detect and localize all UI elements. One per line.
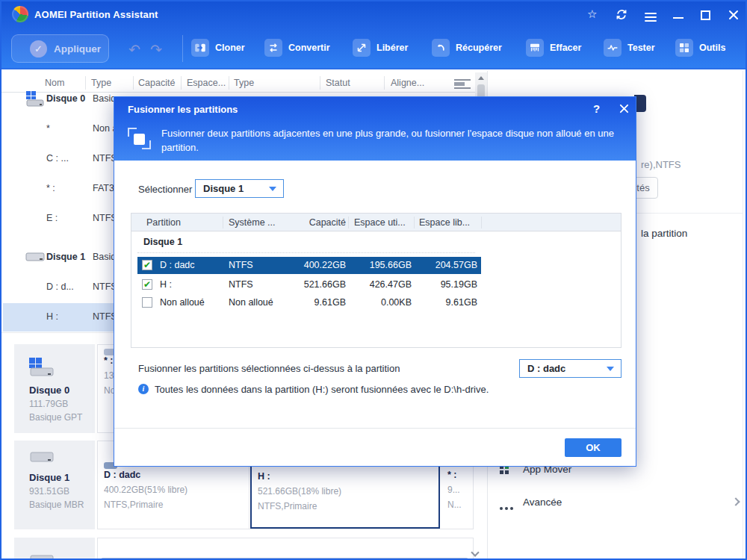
disk0-card-icon <box>29 358 55 377</box>
toolbar-clone-button[interactable]: Cloner <box>191 39 245 57</box>
toolbar-recover-button[interactable]: Récupérer <box>432 39 502 57</box>
dropdown-caret-icon <box>607 367 614 371</box>
disk1-card[interactable]: Disque 1 931.51GB Basique MBR <box>14 441 95 529</box>
maximize-button[interactable] <box>701 10 710 20</box>
merge-target-label: Fusionner les partitions sélectionnées c… <box>138 363 400 374</box>
toolbar-test-button[interactable]: Tester <box>604 39 655 57</box>
partitions-table: Partition Système ... Capacité Espace ut… <box>131 213 622 348</box>
redo-icon[interactable]: ↷ <box>150 41 162 57</box>
th-filesystem[interactable]: Système ... <box>229 214 276 231</box>
th-capacity[interactable]: Capacité <box>288 214 346 231</box>
partitions-table-header: Partition Système ... Capacité Espace ut… <box>131 214 621 231</box>
apply-button[interactable]: ✓ Appliquer <box>11 34 109 63</box>
dialog-footer-separator <box>114 428 636 429</box>
dialog-description: Fusionner deux partitions adjacentes en … <box>161 126 622 155</box>
table-group-disk1: Disque 1 <box>143 237 182 247</box>
toolbar-free-button[interactable]: Libérer <box>353 39 408 57</box>
advanced-dots-icon <box>500 500 515 513</box>
disk2-card[interactable] <box>14 538 95 560</box>
checkbox-unallocated[interactable] <box>142 297 152 308</box>
merge-partitions-icon <box>128 126 152 152</box>
dialog-help-button[interactable]: ? <box>593 102 600 115</box>
recover-icon <box>432 39 450 57</box>
checkbox-d[interactable] <box>142 260 152 270</box>
toolbar-wipe-button[interactable]: Effacer <box>526 39 581 57</box>
header-chrome: AOMEI Partition Assistant ☆ ✓ Appliquer … <box>1 1 746 69</box>
toolbar-separator <box>182 35 183 62</box>
menu-hamburger-icon[interactable] <box>645 10 657 24</box>
refresh-icon[interactable] <box>616 9 627 23</box>
disk0-card[interactable]: Disque 0 111.79GB Basique GPT <box>14 344 95 433</box>
table-row-h[interactable]: H : NTFS 521.66GB 426.47GB 95.19GB <box>137 276 481 293</box>
minimize-button[interactable] <box>673 17 684 19</box>
sidebar-item-advanced[interactable]: Avancée <box>488 491 743 517</box>
disk-select-dropdown[interactable]: Disque 1 <box>195 179 284 198</box>
undo-icon[interactable]: ↶ <box>128 41 140 57</box>
disk2-card-icon <box>29 554 55 560</box>
toolbar-convert-button[interactable]: Convertir <box>264 39 330 57</box>
table-row-unallocated[interactable]: Non alloué Non alloué 9.61GB 0.00KB 9.61… <box>137 294 481 311</box>
sidebar-action-fragment[interactable]: la partition <box>641 228 687 239</box>
toolbar-tools-button[interactable]: Outils <box>675 39 725 57</box>
disk2-partition-strip <box>97 538 474 560</box>
free-space-icon <box>353 39 371 57</box>
advanced-chevron-icon <box>731 497 740 505</box>
th-partition[interactable]: Partition <box>146 214 181 231</box>
dialog-header: Fusionner les partitions ? Fusionner deu… <box>114 97 636 161</box>
target-partition-dropdown[interactable]: D : dadc <box>519 359 622 378</box>
test-pulse-icon <box>604 39 622 57</box>
disk1-icon <box>25 252 45 264</box>
dialog-title: Fusionner les partitions <box>128 104 238 115</box>
merge-info-text: Toutes les données dans la partition (H:… <box>155 384 489 395</box>
checkbox-h[interactable] <box>142 279 152 290</box>
convert-icon <box>264 39 282 57</box>
dialog-close-button[interactable] <box>619 103 629 116</box>
app-window: AOMEI Partition Assistant ☆ ✓ Appliquer … <box>0 0 747 560</box>
th-used[interactable]: Espace uti... <box>354 214 406 231</box>
tools-grid-icon <box>675 39 693 57</box>
app-logo-icon <box>12 6 28 22</box>
close-button[interactable] <box>728 10 739 23</box>
disk0-icon <box>25 91 45 110</box>
th-free[interactable]: Espace lib... <box>419 214 470 231</box>
disk1-card-icon <box>29 451 55 463</box>
window-title: AOMEI Partition Assistant <box>34 9 158 20</box>
apply-check-icon: ✓ <box>30 40 47 57</box>
info-icon: i <box>138 384 149 394</box>
merge-partitions-dialog: Fusionner les partitions ? Fusionner deu… <box>114 96 636 467</box>
ok-button[interactable]: OK <box>565 438 622 457</box>
dropdown-caret-icon <box>269 187 276 191</box>
table-row-d[interactable]: D : dadc NTFS 400.22GB 195.66GB 204.57GB <box>137 257 481 274</box>
clone-icon <box>191 39 209 57</box>
sidebar-partition-info-fragment: re),NTFS <box>641 159 681 170</box>
favorite-star-icon[interactable]: ☆ <box>587 8 597 19</box>
wipe-shredder-icon <box>526 39 544 57</box>
